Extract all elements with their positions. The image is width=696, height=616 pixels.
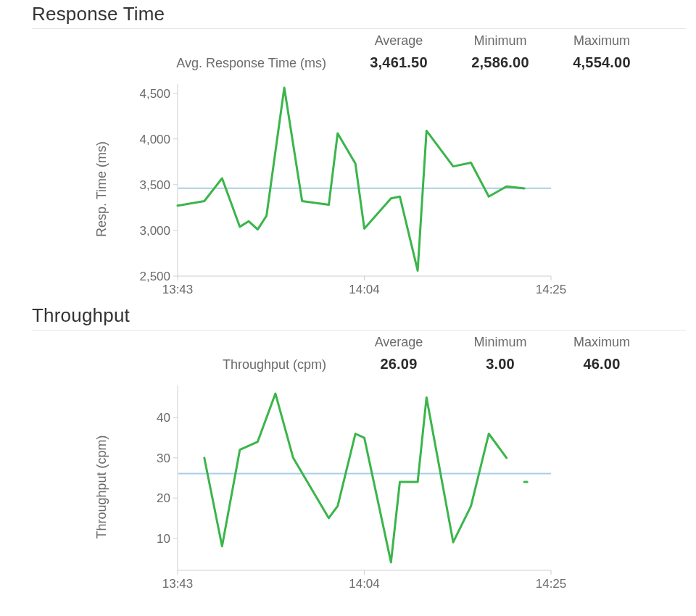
divider <box>32 28 686 29</box>
chart-response-time: Resp. Time (ms) 2,5003,0003,5004,0004,50… <box>0 77 696 301</box>
col-minimum-label: Minimum <box>450 33 551 50</box>
svg-text:14:04: 14:04 <box>349 577 380 591</box>
svg-text:13:43: 13:43 <box>162 283 194 296</box>
stats-average-value: 26.09 <box>348 356 450 372</box>
col-minimum-label: Minimum <box>450 335 551 351</box>
svg-text:30: 30 <box>157 451 170 465</box>
panel-title: Throughput <box>32 304 696 327</box>
chart-throughput: Throughput (cpm) 1020304013:4314:0414:25 <box>0 378 696 596</box>
stats-metric-name: Avg. Response Time (ms) <box>0 56 348 71</box>
stats-metric-name: Throughput (cpm) <box>0 357 348 372</box>
svg-text:3,000: 3,000 <box>139 224 170 238</box>
stats-maximum-value: 4,554.00 <box>551 54 652 71</box>
svg-text:10: 10 <box>157 532 170 546</box>
svg-text:4,000: 4,000 <box>139 133 170 146</box>
line-chart: 2,5003,0003,5004,0004,50013:4314:0414:25 <box>123 77 573 301</box>
svg-text:20: 20 <box>157 491 170 505</box>
line-chart: 1020304013:4314:0414:25 <box>123 378 573 596</box>
svg-text:14:25: 14:25 <box>536 283 567 296</box>
panel-title: Response Time <box>32 3 696 25</box>
y-axis-label: Resp. Time (ms) <box>94 141 109 237</box>
col-average-label: Average <box>348 335 450 351</box>
stats-header-row: Average Minimum Maximum <box>0 335 696 351</box>
svg-text:14:04: 14:04 <box>349 283 380 296</box>
svg-text:2,500: 2,500 <box>139 270 170 283</box>
col-average-label: Average <box>348 33 450 50</box>
svg-text:14:25: 14:25 <box>536 577 567 591</box>
stats-average-value: 3,461.50 <box>348 54 450 71</box>
stats-value-row: Avg. Response Time (ms) 3,461.50 2,586.0… <box>0 54 696 71</box>
stats-value-row: Throughput (cpm) 26.09 3.00 46.00 <box>0 356 696 372</box>
stats-minimum-value: 2,586.00 <box>450 54 551 71</box>
stats-maximum-value: 46.00 <box>551 356 652 372</box>
stats-header-row: Average Minimum Maximum <box>0 33 696 50</box>
panel-response-time: Response Time Average Minimum Maximum Av… <box>0 0 696 301</box>
panel-throughput: Throughput Average Minimum Maximum Throu… <box>0 301 696 596</box>
col-maximum-label: Maximum <box>551 33 652 50</box>
y-axis-label: Throughput (cpm) <box>94 435 109 538</box>
svg-text:13:43: 13:43 <box>162 577 194 591</box>
svg-text:4,500: 4,500 <box>139 87 170 101</box>
svg-text:3,500: 3,500 <box>139 178 170 192</box>
divider <box>32 330 686 330</box>
svg-text:40: 40 <box>157 411 170 425</box>
stats-minimum-value: 3.00 <box>450 356 551 372</box>
col-maximum-label: Maximum <box>551 335 652 351</box>
